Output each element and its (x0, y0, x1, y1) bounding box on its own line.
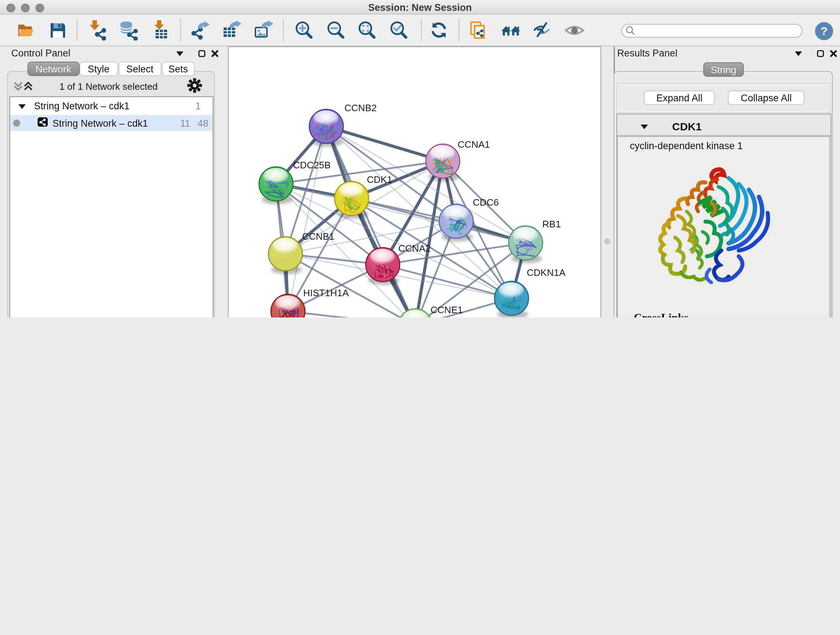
svg-text:CCNE1: CCNE1 (431, 304, 463, 315)
svg-text:RB1: RB1 (542, 219, 561, 230)
svg-text:CDK1: CDK1 (367, 174, 392, 185)
svg-text:CCNA1: CCNA1 (458, 139, 490, 150)
svg-text:CCNB2: CCNB2 (344, 103, 377, 113)
svg-text:CDC25B: CDC25B (293, 160, 331, 171)
svg-text:?: ? (821, 25, 828, 38)
svg-text:CDC6: CDC6 (473, 197, 499, 208)
svg-text:CCNB1: CCNB1 (302, 231, 334, 242)
svg-text:CDKN1A: CDKN1A (527, 267, 565, 278)
svg-text:CCNA2: CCNA2 (398, 243, 431, 254)
svg-text:HIST1H1A: HIST1H1A (303, 287, 349, 298)
